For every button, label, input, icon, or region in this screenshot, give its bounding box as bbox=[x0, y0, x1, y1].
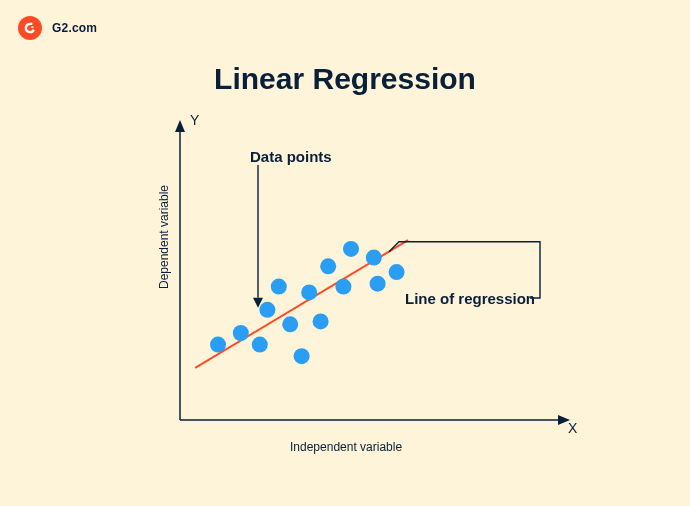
g2-glyph-icon bbox=[23, 21, 37, 35]
svg-rect-0 bbox=[31, 26, 33, 28]
data-point bbox=[343, 241, 359, 257]
data-point bbox=[233, 325, 249, 341]
header: G2.com bbox=[18, 16, 97, 40]
annotation-regression-line: Line of regression bbox=[405, 290, 535, 307]
g2-logo-icon bbox=[18, 16, 42, 40]
y-axis-arrow-icon bbox=[175, 120, 185, 132]
chart: Y X Dependent variable Independent varia… bbox=[150, 110, 570, 450]
data-point bbox=[294, 348, 310, 364]
data-point bbox=[320, 258, 336, 274]
data-point bbox=[389, 264, 405, 280]
y-axis-letter: Y bbox=[190, 112, 199, 128]
data-point bbox=[313, 313, 329, 329]
x-axis-label: Independent variable bbox=[290, 440, 402, 454]
page-title: Linear Regression bbox=[0, 62, 690, 96]
data-point bbox=[366, 250, 382, 266]
data-point bbox=[210, 337, 226, 353]
annotation-data-points: Data points bbox=[250, 148, 332, 165]
data-point bbox=[335, 279, 351, 295]
data-point bbox=[259, 302, 275, 318]
y-axis-label: Dependent variable bbox=[157, 185, 171, 289]
data-point bbox=[271, 279, 287, 295]
brand-text: G2.com bbox=[52, 21, 97, 35]
chart-svg bbox=[150, 110, 570, 450]
data-point bbox=[282, 316, 298, 332]
data-point bbox=[301, 284, 317, 300]
data-point bbox=[370, 276, 386, 292]
data-point bbox=[252, 337, 268, 353]
x-axis-letter: X bbox=[568, 420, 577, 436]
